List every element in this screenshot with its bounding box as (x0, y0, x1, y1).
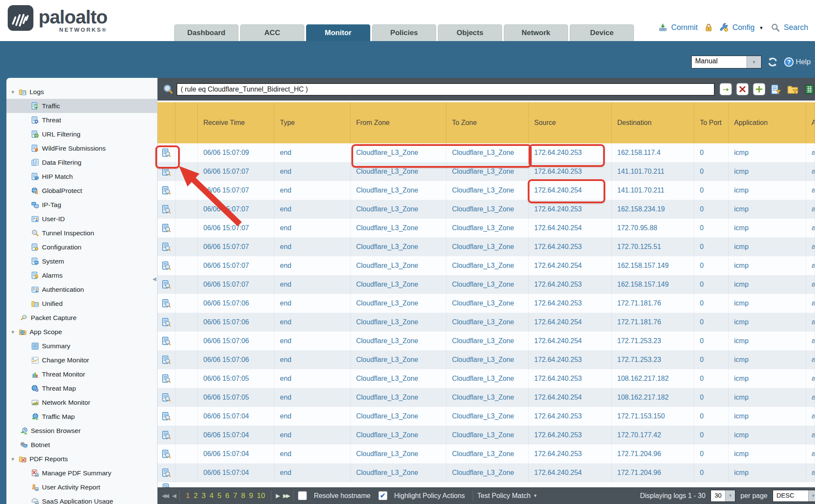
cell-application[interactable]: icmp (729, 181, 806, 200)
cell-destination[interactable]: 141.101.70.211 (612, 162, 694, 181)
cell-application[interactable]: icmp (729, 313, 806, 332)
sidebar-item-saas-application-usage[interactable]: SaaS Application Usage (6, 494, 157, 504)
cell-to-port[interactable]: 0 (694, 350, 729, 369)
column-header-application[interactable]: Application (729, 102, 806, 143)
cell-source[interactable]: 172.64.240.253 (529, 369, 612, 388)
sidebar-item-authentication[interactable]: Authentication (6, 282, 157, 296)
log-detail-button[interactable] (158, 256, 175, 275)
cell-source[interactable]: 172.64.240.253 (529, 294, 612, 313)
cell-to-port[interactable]: 0 (694, 143, 729, 162)
refresh-icon[interactable] (767, 57, 778, 67)
cell-action[interactable]: a (806, 143, 815, 162)
page-number-4[interactable]: 4 (209, 492, 213, 500)
cell-type[interactable]: end (274, 407, 351, 426)
clear-filter-icon[interactable] (737, 83, 748, 95)
cell-from-zone[interactable]: Cloudflare_L3_Zone (351, 181, 446, 200)
page-number-1[interactable]: 1 (186, 492, 190, 500)
cell-source[interactable]: 172.64.240.253 (529, 426, 612, 445)
sidebar-item-user-id[interactable]: User-ID (6, 212, 157, 226)
cell-to-port[interactable]: 0 (694, 426, 729, 445)
cell-to-zone[interactable]: Cloudflare_L3_Zone (446, 237, 529, 256)
cell-receive-time[interactable]: 06/06 15:07:09 (198, 143, 274, 162)
cell-type[interactable]: end (274, 463, 351, 482)
cell-from-zone[interactable]: Cloudflare_L3_Zone (351, 426, 446, 445)
sidebar-item-threat-map[interactable]: Threat Map (6, 381, 157, 395)
cell-type[interactable]: end (274, 162, 351, 181)
tab-acc[interactable]: ACC (240, 24, 304, 41)
cell-action[interactable]: a (806, 313, 815, 332)
cell-to-zone[interactable]: Cloudflare_L3_Zone (446, 350, 529, 369)
chevron-down-icon[interactable]: ▼ (747, 56, 761, 68)
sidebar-collapse-handle[interactable]: ◀ (152, 276, 156, 282)
cell-action[interactable]: a (806, 445, 815, 463)
log-detail-button[interactable] (158, 143, 175, 162)
config-menu-button[interactable]: Config (732, 23, 755, 32)
log-filter-input[interactable] (177, 83, 714, 95)
column-header-a[interactable]: A (806, 102, 815, 143)
cell-type[interactable]: end (274, 445, 351, 463)
cell-to-zone[interactable]: Cloudflare_L3_Zone (446, 407, 529, 426)
cell-from-zone[interactable]: Cloudflare_L3_Zone (351, 294, 446, 313)
first-page-button[interactable]: ◀◀ (162, 492, 168, 499)
cell-action[interactable]: a (806, 275, 815, 294)
cell-action[interactable]: a (806, 162, 815, 181)
cell-destination[interactable]: 162.158.157.149 (612, 256, 694, 275)
sidebar-item-packet-capture[interactable]: Packet Capture (6, 311, 157, 325)
sort-order-select[interactable]: DESC ▼ (773, 490, 815, 502)
cell-action[interactable]: a (806, 256, 815, 275)
cell-from-zone[interactable]: Cloudflare_L3_Zone (351, 162, 446, 181)
cell-receive-time[interactable]: 06/06 15:07:04 (198, 445, 274, 463)
log-detail-button[interactable] (158, 181, 175, 200)
sidebar-item-data-filtering[interactable]: Data Filtering (6, 155, 157, 169)
sidebar-item-unified[interactable]: Unified (6, 296, 157, 311)
log-detail-button[interactable] (158, 388, 175, 407)
cell-destination[interactable]: 172.71.181.76 (612, 294, 694, 313)
cell-from-zone[interactable]: Cloudflare_L3_Zone (351, 219, 446, 237)
cell-to-zone[interactable]: Cloudflare_L3_Zone (446, 181, 529, 200)
cell-to-zone[interactable]: Cloudflare_L3_Zone (446, 388, 529, 407)
global-search-button[interactable]: Search (784, 23, 808, 32)
cell-receive-time[interactable]: 06/06 15:07:07 (198, 275, 274, 294)
cell-action[interactable]: a (806, 426, 815, 445)
page-number-10[interactable]: 10 (257, 492, 265, 500)
sidebar-item-user-activity-report[interactable]: User Activity Report (6, 480, 157, 494)
log-detail-button[interactable] (158, 275, 175, 294)
cell-from-zone[interactable]: Cloudflare_L3_Zone (351, 388, 446, 407)
cell-action[interactable]: a (806, 200, 815, 219)
cell-to-zone[interactable]: Cloudflare_L3_Zone (446, 369, 529, 388)
cell-source[interactable]: 172.64.240.254 (529, 181, 612, 200)
cell-action[interactable]: a (806, 388, 815, 407)
page-number-3[interactable]: 3 (202, 492, 205, 500)
cell-to-port[interactable]: 0 (694, 219, 729, 237)
help-label[interactable]: Help (796, 58, 811, 66)
sidebar-item-manage-pdf-summary[interactable]: Manage PDF Summary (6, 466, 157, 480)
log-detail-button[interactable] (158, 162, 175, 181)
sidebar-item-configuration[interactable]: Configuration (6, 240, 157, 254)
cell-source[interactable]: 172.64.240.253 (529, 200, 612, 219)
cell-to-zone[interactable]: Cloudflare_L3_Zone (446, 445, 529, 463)
refresh-interval-select[interactable]: Manual ▼ (691, 56, 761, 68)
cell-destination[interactable]: 108.162.217.182 (612, 369, 694, 388)
cell-from-zone[interactable]: Cloudflare_L3_Zone (351, 313, 446, 332)
cell-receive-time[interactable]: 06/06 15:07:07 (198, 200, 274, 219)
sidebar-item-tunnel-inspection[interactable]: Tunnel Inspection (6, 226, 157, 240)
cell-action[interactable]: a (806, 332, 815, 350)
log-detail-button[interactable] (158, 350, 175, 369)
cell-destination[interactable]: 162.158.157.149 (612, 275, 694, 294)
cell-type[interactable]: end (274, 181, 351, 200)
cell-action[interactable]: a (806, 407, 815, 426)
cell-action[interactable]: a (806, 369, 815, 388)
cell-to-port[interactable]: 0 (694, 200, 729, 219)
cell-application[interactable]: icmp (729, 388, 806, 407)
cell-to-zone[interactable]: Cloudflare_L3_Zone (446, 200, 529, 219)
cell-to-zone[interactable]: Cloudflare_L3_Zone (446, 256, 529, 275)
cell-action[interactable]: a (806, 463, 815, 482)
cell-source[interactable]: 172.64.240.253 (529, 275, 612, 294)
tab-objects[interactable]: Objects (438, 24, 502, 41)
column-header-to-port[interactable]: To Port (694, 102, 729, 143)
cell-to-zone[interactable]: Cloudflare_L3_Zone (446, 162, 529, 181)
cell-receive-time[interactable]: 06/06 15:07:07 (198, 237, 274, 256)
cell-to-zone[interactable]: Cloudflare_L3_Zone (446, 313, 529, 332)
cell-source[interactable]: 172.64.240.253 (529, 350, 612, 369)
cell-from-zone[interactable]: Cloudflare_L3_Zone (351, 237, 446, 256)
